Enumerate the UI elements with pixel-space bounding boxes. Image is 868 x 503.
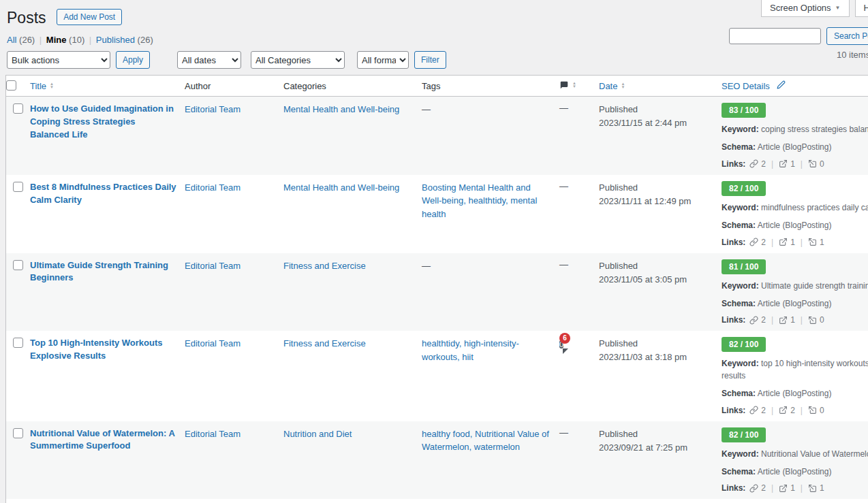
post-title-link[interactable]: Top 10 High-Intensity Workouts Explosive… (30, 337, 176, 363)
help-tab[interactable]: Help ▼ (855, 0, 868, 17)
internal-links-icon (749, 159, 758, 168)
view-all-count: (26) (19, 35, 35, 45)
table-body: How to Use Guided Imagination in Coping … (6, 97, 868, 503)
view-published-link[interactable]: Published (96, 35, 135, 45)
separator: | (771, 483, 773, 493)
separator: | (801, 406, 803, 415)
post-date: 2023/11/05 at 3:05 pm (599, 274, 687, 285)
bulk-actions-select[interactable]: Bulk actions (7, 51, 110, 69)
formats-filter-select[interactable]: All formats (357, 51, 409, 69)
internal-links-icon (749, 484, 758, 493)
row-checkbox[interactable] (13, 260, 23, 270)
no-comments-dash: — (559, 181, 568, 191)
sort-by-comments[interactable]: ▲▼ (559, 80, 576, 90)
row-checkbox[interactable] (13, 103, 23, 114)
seo-links: Links: 2 | 1 | 1 (722, 483, 868, 493)
sort-by-date[interactable]: Date ▲▼ (599, 81, 625, 91)
internal-links-icon (749, 238, 758, 246)
view-mine-count: (10) (69, 35, 84, 45)
category-link[interactable]: Fitness and Exercise (283, 261, 366, 271)
incoming-links-count: 0 (820, 406, 824, 415)
seo-schema: Schema: Article (BlogPosting) (722, 298, 868, 310)
external-links-icon (779, 484, 788, 493)
dates-filter-select[interactable]: All dates (177, 51, 241, 69)
incoming-links-icon (808, 159, 817, 168)
post-title-link[interactable]: Best 8 Mindfulness Practices Daily Calm … (30, 181, 176, 207)
chevron-down-icon: ▼ (835, 5, 841, 11)
search-posts-button[interactable]: Search Posts (826, 27, 868, 45)
author-link[interactable]: Editorial Team (185, 104, 241, 114)
tag-links[interactable]: — (422, 261, 431, 271)
author-link[interactable]: Editorial Team (185, 338, 241, 348)
author-link[interactable]: Editorial Team (185, 261, 241, 271)
row-checkbox[interactable] (13, 428, 23, 438)
pending-comments-badge: 6 (559, 333, 570, 344)
filter-button[interactable]: Filter (414, 51, 446, 69)
tag-links[interactable]: — (422, 104, 431, 114)
internal-links-count: 2 (761, 238, 766, 247)
view-published-count: (26) (138, 35, 153, 45)
seo-keyword: Keyword: top 10 high-intensity workouts … (722, 358, 868, 382)
seo-links: Links: 2 | 1 | 0 (722, 315, 868, 325)
no-comments-dash: — (559, 427, 568, 438)
posts-table: Title ▲▼ Author Categories Tags ▲▼ Date … (5, 75, 868, 503)
category-link[interactable]: Nutrition and Diet (283, 429, 352, 439)
seo-score-badge: 83 / 100 (722, 103, 766, 118)
row-checkbox[interactable] (13, 338, 23, 348)
no-comments-dash: — (559, 103, 568, 113)
category-link[interactable]: Fitness and Exercise (283, 338, 366, 348)
row-checkbox[interactable] (13, 182, 23, 192)
screen-options-label: Screen Options (770, 3, 831, 13)
post-status: Published (599, 104, 638, 114)
comments-icon (559, 80, 569, 90)
seo-details-column-header[interactable]: SEO Details (722, 80, 786, 91)
post-status: Published (599, 429, 638, 439)
apply-button[interactable]: Apply (116, 51, 150, 69)
sort-arrows-icon: ▲▼ (50, 82, 54, 89)
categories-column-header: Categories (283, 81, 422, 91)
add-new-post-button[interactable]: Add New Post (57, 9, 122, 25)
categories-filter-select[interactable]: All Categories (251, 51, 345, 69)
post-title-link[interactable]: Ultimate Guide Strength Training Beginne… (30, 259, 176, 285)
category-link[interactable]: Mental Health and Well-being (283, 182, 399, 193)
tag-links[interactable]: healthtidy, high-intensity-workouts, hii… (422, 338, 519, 362)
category-link[interactable]: Mental Health and Well-being (283, 104, 399, 114)
items-count: 10 items (837, 50, 868, 60)
view-all-link[interactable]: All (7, 35, 16, 45)
external-links-count: 1 (790, 238, 795, 247)
post-title-link[interactable]: How to Use Guided Imagination in Coping … (30, 103, 176, 142)
external-links-count: 2 (790, 406, 795, 415)
author-link[interactable]: Editorial Team (185, 429, 241, 439)
select-all-checkbox[interactable] (6, 80, 16, 91)
internal-links-count: 2 (761, 315, 766, 325)
help-label: Help (864, 3, 868, 13)
tag-links[interactable]: healthy food, Nutritional Value of Water… (422, 429, 549, 453)
external-links-icon (779, 238, 788, 246)
external-links-count: 1 (790, 483, 795, 493)
post-date: 2023/11/11 at 12:49 pm (599, 196, 691, 206)
author-link[interactable]: Editorial Team (185, 182, 241, 193)
seo-schema: Schema: Article (BlogPosting) (722, 466, 868, 478)
search-input[interactable] (729, 28, 821, 44)
internal-links-count: 2 (761, 159, 766, 169)
separator: | (771, 159, 773, 169)
seo-keyword: Keyword: coping stress strategies balanc… (722, 124, 868, 135)
tag-links[interactable]: Boosting Mental Health and Well-being, h… (422, 182, 537, 219)
view-mine-current[interactable]: Mine (46, 35, 67, 45)
screen-options-tab[interactable]: Screen Options ▼ (761, 0, 850, 17)
table-header-row: Title ▲▼ Author Categories Tags ▲▼ Date … (6, 76, 868, 97)
incoming-links-icon (808, 316, 817, 325)
page-title: Posts (7, 8, 46, 28)
separator: | (40, 35, 42, 45)
sort-by-title[interactable]: Title ▲▼ (30, 81, 54, 91)
incoming-links-count: 0 (820, 159, 824, 169)
post-title-link[interactable]: Nutritional Value of Watermelon: A Summe… (30, 427, 176, 453)
sort-arrows-icon: ▲▼ (621, 82, 625, 89)
separator: | (801, 315, 803, 325)
table-row: How to Use Guided Imagination in Coping … (6, 97, 868, 175)
external-links-icon (779, 406, 788, 415)
separator: | (89, 35, 91, 45)
comments-count[interactable]: 0 6 (559, 338, 563, 351)
internal-links-count: 2 (761, 406, 766, 415)
internal-links-icon (749, 406, 758, 415)
